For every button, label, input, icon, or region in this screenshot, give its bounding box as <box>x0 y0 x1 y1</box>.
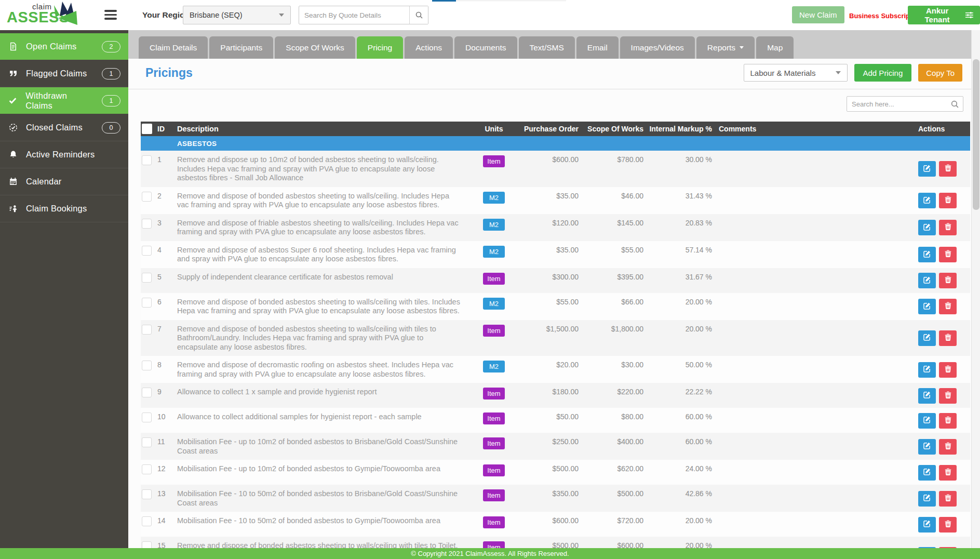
sidebar-item-flagged-claims[interactable]: Flagged Claims1 <box>0 60 128 87</box>
tab-map[interactable]: Map <box>756 36 794 59</box>
select-all-checkbox[interactable] <box>142 124 152 134</box>
edit-button[interactable] <box>918 161 936 177</box>
sidebar-item-open-claims[interactable]: Open Claims2 <box>0 33 128 60</box>
table-search <box>847 96 963 112</box>
edit-button[interactable] <box>918 247 936 262</box>
delete-button[interactable] <box>939 299 957 314</box>
main-area: Claim DetailsParticipantsScope Of WorksP… <box>128 30 980 548</box>
table-row: 1Remove and dispose up to 10m2 of bonded… <box>141 151 970 187</box>
sidebar-item-closed-claims[interactable]: Closed Claims0 <box>0 114 128 141</box>
region-select[interactable]: Brisbane (SEQ) <box>183 6 291 24</box>
sidebar-item-label: Withdrawn Claims <box>25 91 94 111</box>
new-claim-button[interactable]: New Claim <box>792 6 844 23</box>
row-internal-markup: 20.00 % <box>643 325 712 333</box>
row-actions <box>897 299 970 314</box>
delete-button[interactable] <box>939 388 957 404</box>
row-checkbox[interactable] <box>142 516 152 526</box>
clock-check-icon <box>8 123 18 132</box>
edit-button[interactable] <box>918 220 936 235</box>
edit-icon <box>923 391 931 401</box>
pricing-type-select[interactable]: Labour & Materials <box>744 64 848 82</box>
add-pricing-button[interactable]: Add Pricing <box>854 64 912 82</box>
tenant-menu-button[interactable]: Ankur Tenant <box>908 6 980 24</box>
edit-button[interactable] <box>918 273 936 288</box>
edit-button[interactable] <box>918 330 936 346</box>
check-icon <box>8 96 18 105</box>
row-checkbox[interactable] <box>142 192 152 202</box>
vertical-scrollbar[interactable] <box>971 30 980 548</box>
row-checkbox[interactable] <box>142 219 152 229</box>
edit-button[interactable] <box>918 193 936 208</box>
column-header-scope-of-works: Scope Of Works <box>579 125 643 133</box>
delete-button[interactable] <box>939 161 957 177</box>
row-checkbox[interactable] <box>142 155 152 165</box>
edit-button[interactable] <box>918 439 936 455</box>
row-checkbox[interactable] <box>142 541 152 548</box>
row-checkbox[interactable] <box>142 412 152 422</box>
quote-search-input[interactable] <box>299 6 409 24</box>
edit-button[interactable] <box>918 465 936 481</box>
sidebar-item-withdrawn-claims[interactable]: Withdrawn Claims1 <box>0 87 128 114</box>
edit-button[interactable] <box>918 388 936 404</box>
row-internal-markup: 24.00 % <box>643 464 712 473</box>
delete-button[interactable] <box>939 220 957 235</box>
quote-search-button[interactable] <box>409 6 428 24</box>
edit-button[interactable] <box>918 362 936 378</box>
row-purchase-order: $300.00 <box>512 273 579 281</box>
unit-badge: M2 <box>483 219 505 231</box>
row-checkbox[interactable] <box>142 273 152 283</box>
row-checkbox[interactable] <box>142 361 152 370</box>
menu-toggle-button[interactable] <box>104 10 117 20</box>
scrollbar-thumb[interactable] <box>973 59 979 210</box>
tab-claim-details[interactable]: Claim Details <box>139 36 208 59</box>
table-row: 14Mobilisation Fee - 10 to 50m2 of bonde… <box>141 512 970 537</box>
row-checkbox[interactable] <box>142 464 152 474</box>
tab-email[interactable]: Email <box>576 36 619 59</box>
unit-badge: Item <box>483 541 505 548</box>
row-checkbox[interactable] <box>142 388 152 397</box>
delete-button[interactable] <box>939 362 957 378</box>
sidebar-item-calendar[interactable]: Calendar <box>0 168 128 195</box>
delete-button[interactable] <box>939 247 957 262</box>
app-logo[interactable]: claim ASSESS <box>7 0 105 30</box>
tab-documents[interactable]: Documents <box>454 36 517 59</box>
tab-images-videos[interactable]: Images/Videos <box>620 36 695 59</box>
tab-participants[interactable]: Participants <box>209 36 273 59</box>
delete-button[interactable] <box>939 491 957 507</box>
row-checkbox[interactable] <box>142 246 152 256</box>
row-id: 13 <box>157 489 177 498</box>
unit-badge: Item <box>483 388 505 400</box>
delete-button[interactable] <box>939 330 957 346</box>
tab-scope-of-works[interactable]: Scope Of Works <box>275 36 355 59</box>
edit-button[interactable] <box>918 491 936 507</box>
delete-button[interactable] <box>939 193 957 208</box>
edit-button[interactable] <box>918 413 936 429</box>
sidebar-item-label: Calendar <box>26 177 62 187</box>
sidebar-item-active-reminders[interactable]: Active Reminders <box>0 141 128 168</box>
tab-reports[interactable]: Reports <box>696 36 755 59</box>
row-purchase-order: $180.00 <box>512 388 579 396</box>
delete-button[interactable] <box>939 439 957 455</box>
edit-button[interactable] <box>918 299 936 314</box>
row-purchase-order: $35.00 <box>512 192 579 200</box>
row-checkbox[interactable] <box>142 437 152 447</box>
tab-actions[interactable]: Actions <box>405 36 453 59</box>
count-badge: 0 <box>102 122 120 134</box>
copy-to-button[interactable]: Copy To <box>918 64 962 82</box>
row-description: Remove and dispose of decromastic roofin… <box>177 361 476 379</box>
row-scope-of-works: $500.00 <box>579 489 643 498</box>
tab-text-sms[interactable]: Text/SMS <box>519 36 575 59</box>
row-checkbox[interactable] <box>142 298 152 308</box>
tab-pricing[interactable]: Pricing <box>357 36 403 59</box>
delete-button[interactable] <box>939 465 957 481</box>
delete-button[interactable] <box>939 517 957 533</box>
search-icon[interactable] <box>950 100 959 109</box>
sidebar-item-claim-bookings[interactable]: Claim Bookings <box>0 195 128 222</box>
delete-button[interactable] <box>939 413 957 429</box>
table-search-input[interactable] <box>847 100 950 108</box>
edit-button[interactable] <box>918 517 936 533</box>
row-checkbox[interactable] <box>142 325 152 335</box>
delete-button[interactable] <box>939 273 957 288</box>
row-checkbox[interactable] <box>142 489 152 499</box>
sidebar-item-label: Claim Bookings <box>26 204 87 214</box>
